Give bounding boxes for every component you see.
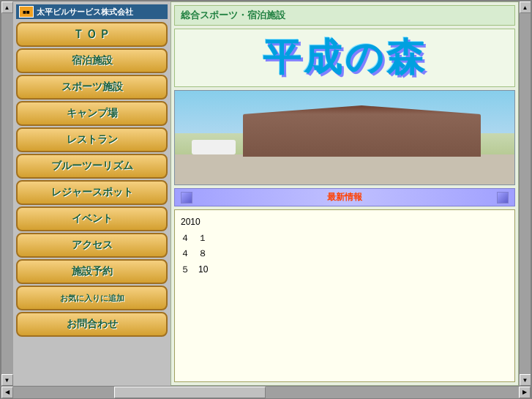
header-subtitle: 総合スポーツ・宿泊施設 [181,9,285,22]
site-title: 平成の森 [263,32,427,83]
right-scrollbar-track[interactable] [520,13,531,374]
nav-access-button[interactable]: アクセス [16,233,168,258]
scroll-up-right-button[interactable]: ▲ [520,1,531,13]
sidebar: ■■ 太平ビルサービス株式会社 ＴＯＰ 宿泊施設 スポーツ施設 キャンプ場 レス… [13,1,171,386]
nav-restaurant-button[interactable]: レストラン [16,127,168,152]
facility-photo [174,90,515,185]
nav-camping-button[interactable]: キャンプ場 [16,101,168,126]
browser-frame: ▲ ▼ ■■ 太平ビルサービス株式会社 ＴＯＰ 宿泊施設 スポーツ施設 キャンプ… [0,0,532,399]
scrollbar-track[interactable] [1,13,13,374]
news-line-2: ４ １ [181,231,509,247]
nav-events-button[interactable]: イベント [16,206,168,231]
nav-blue-tourism-button[interactable]: ブルーツーリズム [16,154,168,179]
scroll-down-right-button[interactable]: ▼ [520,374,531,386]
scroll-up-button[interactable]: ▲ [1,1,13,13]
main-content: 総合スポーツ・宿泊施設 平成の森 最新情報 [171,1,519,386]
info-bar-left-icon [181,192,192,204]
company-header: ■■ 太平ビルサービス株式会社 [16,4,168,19]
right-scrollbar[interactable]: ▲ ▼ [519,1,531,386]
scroll-left-button[interactable]: ◀ [1,387,13,398]
nav-top-button[interactable]: ＴＯＰ [16,22,168,47]
main-area: ▲ ▼ ■■ 太平ビルサービス株式会社 ＴＯＰ 宿泊施設 スポーツ施設 キャンプ… [1,1,531,386]
info-bar-label: 最新情報 [195,191,494,204]
nav-accommodation-button[interactable]: 宿泊施設 [16,48,168,73]
title-banner: 平成の森 [174,29,515,87]
photo-road [175,154,514,184]
bottom-scrollbar[interactable]: ◀ ▶ [1,386,531,398]
news-line-6: ５ 10 [181,262,509,278]
photo-building [243,114,481,157]
nav-sports-button[interactable]: スポーツ施設 [16,75,168,100]
company-name: 太平ビルサービス株式会社 [37,7,133,18]
scroll-right-button[interactable]: ▶ [519,387,531,398]
news-area: 2010 ４ １ ４ ８ ５ 10 [174,209,515,382]
nav-favorites-button[interactable]: お気に入りに追加 [16,286,168,310]
info-bar-right-icon [497,192,509,204]
company-icon: ■■ [19,6,34,18]
info-bar: 最新情報 [174,188,515,206]
nav-contact-button[interactable]: お問合わせ [16,312,168,337]
news-line-4: ４ ８ [181,246,509,262]
header-banner: 総合スポーツ・宿泊施設 [174,5,515,26]
left-scrollbar[interactable]: ▲ ▼ [1,1,13,386]
nav-reservation-button[interactable]: 施設予約 [16,259,168,284]
news-line-1: 2010 [181,215,509,231]
scroll-down-button[interactable]: ▼ [1,374,13,386]
nav-leisure-button[interactable]: レジャースポット [16,180,168,205]
bottom-scrollbar-track[interactable] [13,387,519,398]
bottom-scrollbar-thumb[interactable] [114,387,266,398]
photo-car [192,140,236,154]
content-wrapper: ■■ 太平ビルサービス株式会社 ＴＯＰ 宿泊施設 スポーツ施設 キャンプ場 レス… [13,1,519,386]
